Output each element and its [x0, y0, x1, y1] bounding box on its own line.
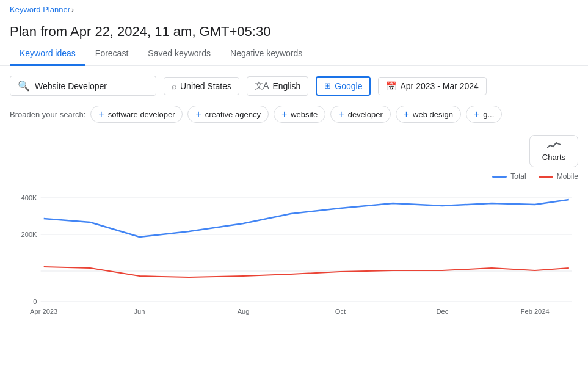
- plus-icon: +: [404, 109, 409, 120]
- legend-total-line: [492, 176, 507, 178]
- svg-text:Feb 2024: Feb 2024: [521, 308, 550, 315]
- calendar-icon: 📅: [386, 81, 396, 91]
- language-filter-button[interactable]: 文A English: [247, 76, 308, 96]
- chart-svg: 400K 200K 0: [10, 186, 578, 320]
- broaden-chip-creative-agency[interactable]: + creative agency: [187, 106, 268, 123]
- keyword-search-input[interactable]: [35, 81, 145, 91]
- broaden-chip-website[interactable]: + website: [274, 106, 325, 123]
- plus-icon: +: [281, 109, 287, 120]
- breadcrumb-link[interactable]: Keyword Planner: [10, 5, 70, 14]
- network-label: Google: [335, 81, 362, 91]
- search-icon: 🔍: [18, 80, 30, 92]
- svg-text:Aug: Aug: [238, 308, 250, 315]
- page-title: Plan from Apr 22, 2024, 11 am, GMT+05:30: [0, 19, 588, 42]
- legend-total: Total: [492, 172, 526, 181]
- broaden-chip-web-design[interactable]: + web design: [396, 106, 461, 123]
- chip-label: creative agency: [205, 110, 261, 119]
- chip-label: developer: [348, 110, 383, 119]
- chart-controls: Charts: [10, 135, 578, 167]
- chip-label: software developer: [108, 110, 175, 119]
- network-icon: ⊞: [324, 81, 331, 90]
- tab-saved-keywords[interactable]: Saved keywords: [138, 42, 220, 66]
- plus-icon: +: [474, 109, 479, 120]
- chart-area: 400K 200K 0: [10, 186, 578, 320]
- date-range-label: Apr 2023 - Mar 2024: [400, 81, 478, 91]
- chip-label: website: [291, 110, 318, 119]
- language-icon: 文A: [255, 81, 269, 92]
- legend-mobile-line: [539, 176, 553, 178]
- broaden-search-row: Broaden your search: + software develope…: [0, 103, 588, 130]
- chart-section: Charts Total Mobile 400K 200K 0: [0, 130, 588, 330]
- plus-icon: +: [338, 109, 344, 120]
- date-range-button[interactable]: 📅 Apr 2023 - Mar 2024: [378, 77, 486, 95]
- filters-row: 🔍 ⌕ United States 文A English ⊞ Google 📅 …: [0, 66, 588, 103]
- location-filter-button[interactable]: ⌕ United States: [164, 77, 239, 95]
- breadcrumb-arrow: ›: [71, 5, 74, 14]
- svg-text:Dec: Dec: [436, 308, 448, 315]
- charts-button-label: Charts: [542, 153, 565, 162]
- chart-line-icon: [547, 140, 561, 150]
- broaden-chip-software-developer[interactable]: + software developer: [90, 106, 183, 123]
- broaden-label: Broaden your search:: [10, 110, 85, 119]
- svg-text:Oct: Oct: [335, 308, 346, 315]
- legend-mobile: Mobile: [539, 172, 578, 181]
- tab-keyword-ideas[interactable]: Keyword ideas: [10, 42, 85, 66]
- svg-text:400K: 400K: [21, 194, 38, 201]
- network-filter-button[interactable]: ⊞ Google: [316, 76, 371, 96]
- broaden-chip-more[interactable]: + g...: [466, 106, 502, 123]
- svg-text:Jun: Jun: [134, 308, 145, 315]
- chart-legend: Total Mobile: [10, 172, 578, 181]
- plus-icon: +: [98, 109, 104, 120]
- charts-toggle-button[interactable]: Charts: [529, 135, 578, 167]
- location-icon: ⌕: [172, 81, 176, 91]
- location-label: United States: [180, 81, 231, 91]
- svg-text:Apr 2023: Apr 2023: [30, 308, 57, 315]
- search-box: 🔍: [10, 76, 156, 96]
- tab-negative-keywords[interactable]: Negative keywords: [220, 42, 312, 66]
- tabs-bar: Keyword ideas Forecast Saved keywords Ne…: [0, 42, 588, 66]
- svg-text:0: 0: [33, 298, 37, 305]
- legend-mobile-label: Mobile: [557, 172, 578, 181]
- chip-label: web design: [413, 110, 453, 119]
- broaden-chip-developer[interactable]: + developer: [330, 106, 390, 123]
- legend-total-label: Total: [510, 172, 526, 181]
- chip-label: g...: [483, 110, 494, 119]
- tab-forecast[interactable]: Forecast: [85, 42, 138, 66]
- breadcrumb: Keyword Planner›: [0, 0, 588, 19]
- svg-text:200K: 200K: [21, 231, 38, 238]
- plus-icon: +: [195, 109, 201, 120]
- language-label: English: [272, 81, 300, 91]
